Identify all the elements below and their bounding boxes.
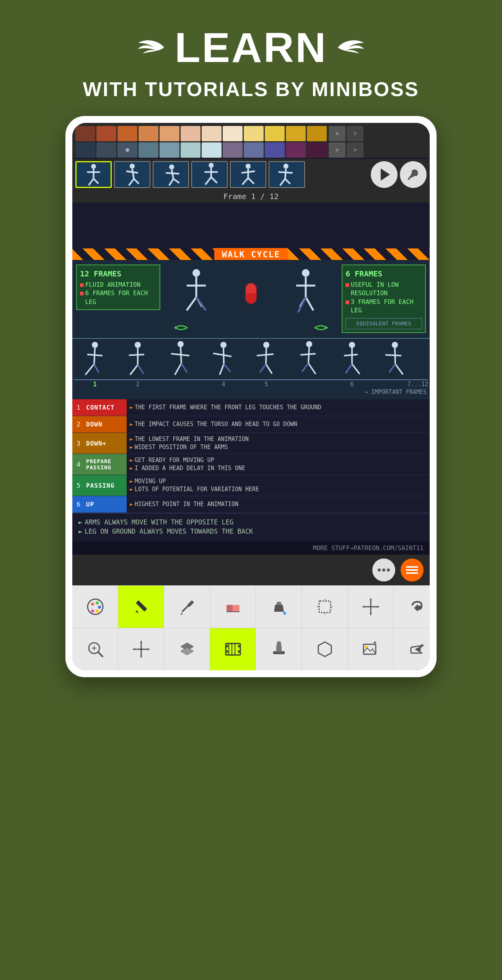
color-swatch[interactable]	[139, 126, 158, 141]
tool-hexagon-button[interactable]	[302, 628, 348, 670]
color-swatch[interactable]	[96, 126, 116, 141]
frame-thumb-5[interactable]	[230, 161, 266, 188]
strip-figure-2	[117, 341, 159, 379]
palette-add-button[interactable]: +	[329, 126, 346, 141]
tool-transform-button[interactable]	[348, 586, 394, 628]
svg-rect-143	[238, 650, 240, 653]
tool-pencil-button[interactable]	[118, 586, 164, 628]
kf-num-4: 4	[72, 454, 85, 475]
canvas-area[interactable]	[72, 203, 430, 248]
svg-line-65	[181, 363, 187, 372]
tool-eraser-button[interactable]	[210, 586, 256, 628]
tool-select-button[interactable]	[302, 586, 348, 628]
svg-line-15	[166, 173, 179, 174]
keyframe-row-prepare: 4 PREPARE PASSING ►GET READY FOR MOVING …	[72, 454, 430, 475]
color-swatch[interactable]	[223, 126, 243, 141]
kf-arrow-icon-5: ►	[130, 457, 133, 464]
color-swatch[interactable]	[75, 126, 95, 141]
color-swatch[interactable]	[96, 142, 116, 158]
svg-marker-104	[135, 610, 139, 613]
color-swatch[interactable]	[160, 142, 179, 158]
svg-point-100	[98, 606, 101, 609]
menu-button[interactable]	[401, 559, 424, 581]
frame-thumb-1[interactable]	[75, 161, 112, 188]
tool-move-button[interactable]	[118, 628, 164, 670]
select-icon	[315, 597, 334, 616]
frame-thumb-4[interactable]	[191, 161, 228, 188]
palette-nav-button-2[interactable]: >	[347, 142, 363, 158]
svg-marker-147	[318, 642, 331, 657]
color-swatch[interactable]	[307, 126, 327, 141]
color-swatch[interactable]	[286, 126, 306, 141]
frame-thumb-2[interactable]	[114, 161, 150, 188]
subtitle: WITH TUTORIALS BY MINIBOSS	[83, 78, 419, 101]
svg-marker-49	[174, 326, 176, 330]
keyframe-row-passing: 5 PASSING ►MOVING UP ►LOTS OF POTENTIAL …	[72, 475, 430, 496]
svg-point-71	[263, 342, 269, 348]
frame-num-2: 2	[117, 381, 159, 388]
strip-figure-4	[202, 341, 244, 379]
settings-button[interactable]	[400, 161, 427, 188]
palette-nav-button[interactable]: >	[347, 126, 363, 141]
move-icon	[132, 640, 151, 659]
svg-point-51	[92, 342, 98, 348]
right-frames-title: 6 FRAMES	[346, 268, 422, 279]
color-swatch[interactable]	[75, 142, 95, 158]
svg-line-75	[260, 364, 266, 372]
tool-frames-button[interactable]	[210, 628, 256, 670]
arrow-icon-right	[311, 322, 330, 333]
color-swatch[interactable]	[202, 142, 222, 158]
phone-frame: + > + >	[65, 116, 437, 677]
color-swatch[interactable]	[286, 142, 306, 158]
color-swatch[interactable]	[307, 142, 327, 158]
svg-marker-107	[181, 612, 183, 615]
keyframe-row-downplus: 3 DOWN+ ►THE LOWEST FRAME IN THE ANIMATI…	[72, 433, 430, 454]
color-swatch[interactable]	[117, 126, 137, 141]
right-bullet-2: ■ 3 FRAMES FOR EACH LEG	[346, 298, 422, 315]
svg-marker-119	[377, 606, 380, 608]
play-button[interactable]	[371, 161, 398, 188]
tool-zoom-button[interactable]	[72, 628, 118, 670]
tool-image-add-button[interactable]	[348, 628, 394, 670]
important-frames-label: → IMPORTANT FRAMES	[72, 389, 430, 397]
svg-point-91	[378, 568, 381, 572]
tool-eyedropper-button[interactable]	[164, 586, 210, 628]
color-swatch[interactable]	[181, 142, 200, 158]
tool-layers-button[interactable]	[164, 628, 210, 670]
color-swatch[interactable]	[265, 126, 285, 141]
bottom-toolbar-2	[72, 628, 430, 670]
color-swatch[interactable]	[244, 126, 264, 141]
svg-rect-142	[238, 645, 240, 647]
svg-rect-94	[406, 566, 418, 568]
color-swatch[interactable]	[181, 126, 200, 141]
color-swatch[interactable]	[117, 142, 137, 158]
tool-palette-button[interactable]	[72, 586, 118, 628]
kf-arrow-icon-2: ►	[130, 420, 133, 428]
palette-add-button-2[interactable]: +	[329, 142, 346, 158]
tool-stamp-button[interactable]	[256, 628, 302, 670]
color-swatch[interactable]	[244, 142, 264, 158]
color-swatch[interactable]	[160, 126, 179, 141]
svg-line-88	[385, 355, 401, 356]
color-swatch[interactable]	[139, 142, 158, 158]
tool-bucket-button[interactable]	[256, 586, 302, 628]
svg-line-33	[279, 172, 293, 173]
svg-rect-109	[227, 605, 233, 612]
tool-share-button[interactable]	[394, 628, 430, 670]
frame-thumb-6[interactable]	[269, 161, 305, 188]
frame-num-1: 1	[93, 381, 96, 388]
frame-num-7: 6	[331, 381, 373, 388]
color-swatch[interactable]	[265, 142, 285, 158]
strip-figure-5	[245, 341, 287, 379]
svg-point-86	[392, 342, 398, 348]
color-swatch[interactable]	[202, 126, 222, 141]
tool-undo-button[interactable]	[394, 586, 430, 628]
frame-thumb-3[interactable]	[153, 161, 189, 188]
zoom-icon	[86, 640, 105, 659]
svg-line-55	[94, 364, 99, 372]
kf-label-passing: PASSING	[85, 475, 127, 496]
color-swatch[interactable]	[223, 142, 243, 158]
more-options-button[interactable]	[372, 559, 395, 581]
svg-line-106	[182, 606, 188, 612]
svg-line-54	[85, 364, 94, 375]
